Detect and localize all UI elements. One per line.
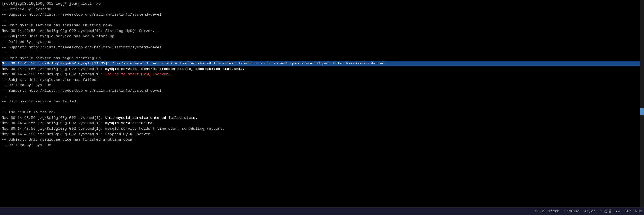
terminal-window[interactable]: [root@jzgk8c16g100g-002 log]# journalctl… — [0, 0, 644, 207]
terminal-line: Nov 30 14:48:56 jzgk8c16g100g-002 system… — [2, 115, 642, 121]
terminal-line: -- The result is failed. — [2, 110, 642, 115]
terminal-line: Nov 30 14:48:56 jzgk8c16g100g-002 system… — [2, 121, 642, 126]
scrollbar-thumb[interactable] — [640, 108, 644, 115]
terminal-line: Nov 30 14:48:56 jzgk8c16g100g-002 system… — [2, 126, 642, 132]
status-bar: SSH2 xterm I190×41 41,27 3 会话 ▲ ▼ CAP NU… — [0, 207, 644, 215]
scrollbar[interactable] — [640, 0, 644, 207]
terminal-line: -- Unit mysqld.service has failed. — [2, 99, 642, 104]
terminal-line: -- Subject: Unit mysqld.service has fini… — [2, 137, 642, 142]
terminal-size: I190×41 — [564, 209, 580, 213]
terminal-line: [root@jzgk8c16g100g-002 log]# journalctl… — [2, 1, 642, 7]
terminal-line: -- — [2, 18, 642, 23]
terminal-content: [root@jzgk8c16g100g-002 log]# journalctl… — [2, 1, 642, 148]
terminal-line: -- Defined-By: systemd — [2, 82, 642, 88]
arrow-down-icon[interactable]: ▼ — [618, 210, 620, 213]
terminal-line: -- Unit mysqld.service has begun startin… — [2, 56, 642, 61]
num-indicator: NUM — [635, 209, 642, 213]
terminal-line: -- Support: http://lists.freedesktop.org… — [2, 45, 642, 50]
terminal-line: -- Subject: Unit mysqld.service has begu… — [2, 34, 642, 39]
terminal-line: -- Defined-By: systemd — [2, 142, 642, 148]
terminal-line: -- Support: http://lists.freedesktop.org… — [2, 12, 642, 18]
terminal-line: -- Support: http://lists.freedesktop.org… — [2, 88, 642, 94]
scroll-arrows[interactable]: ▲ ▼ — [616, 210, 620, 213]
terminal-line: Nov 30 14:48:56 jzgk8c16g100g-002 system… — [2, 132, 642, 137]
terminal-line: -- Defined-By: systemd — [2, 7, 642, 12]
terminal-line: -- Defined-By: systemd — [2, 39, 642, 45]
terminal-line: -- Subject: Unit mysqld.service has fail… — [2, 77, 642, 83]
cap-indicator: CAP — [624, 209, 631, 213]
arrow-up-icon[interactable]: ▲ — [616, 210, 618, 213]
cursor-position: 41,27 — [584, 209, 595, 213]
terminal-line: Nov 30 14:48:56 jzgk8c16g100g-002 system… — [2, 72, 642, 77]
terminal-line: -- — [2, 104, 642, 110]
ssh-status: SSH2 — [535, 209, 544, 213]
terminal-line: Nov 30 14:48:56 jzgk8c16g100g-002 system… — [2, 66, 642, 72]
terminal-line: -- — [2, 50, 642, 56]
session-count: 3 会话 — [600, 209, 611, 214]
term-type: xterm — [548, 209, 559, 213]
terminal-line: Nov 30 14:48:56 jzgk8c16g100g-002 mysqld… — [2, 61, 642, 66]
terminal-line: Nov 30 14:48:55 jzgk8c16g100g-002 system… — [2, 28, 642, 34]
terminal-line: -- Unit mysqld.service has finished shut… — [2, 23, 642, 28]
terminal-line: -- — [2, 94, 642, 99]
